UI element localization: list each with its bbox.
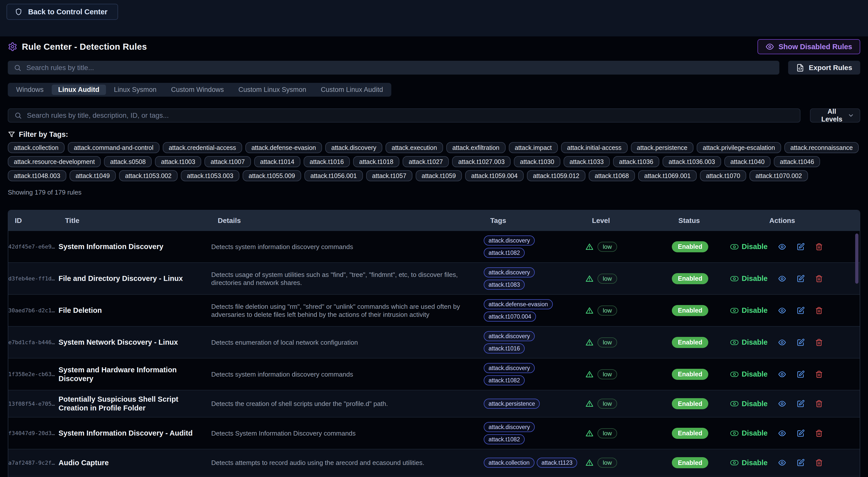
tag-filter-attack-resource-development[interactable]: attack.resource-development: [8, 156, 101, 167]
tag-filter-attack-discovery[interactable]: attack.discovery: [325, 142, 382, 153]
back-button[interactable]: Back to Control Center: [6, 4, 118, 20]
tag-filter-attack-t1070-002[interactable]: attack.t1070.002: [749, 170, 808, 181]
tag-filter-attack-t1056-001[interactable]: attack.t1056.001: [304, 170, 363, 181]
delete-rule-button[interactable]: [815, 429, 823, 437]
tag-filter-attack-privilege-escalation[interactable]: attack.privilege-escalation: [697, 142, 781, 153]
tag-filter-attack-t1070[interactable]: attack.t1070: [700, 170, 746, 181]
view-rule-button[interactable]: [778, 307, 786, 315]
tab-linux-auditd[interactable]: Linux Auditd: [52, 85, 106, 95]
disable-rule-button[interactable]: Disable: [730, 275, 768, 283]
tab-windows[interactable]: Windows: [9, 85, 50, 95]
tag-filter-attack-credential-access[interactable]: attack.credential-access: [163, 142, 242, 153]
tab-custom-linux-sysmon[interactable]: Custom Linux Sysmon: [232, 85, 313, 95]
row-tag-attack-discovery[interactable]: attack.discovery: [484, 235, 535, 246]
tag-filter-attack-t1055-009[interactable]: attack.t1055.009: [243, 170, 301, 181]
tag-filter-attack-s0508[interactable]: attack.s0508: [104, 156, 152, 167]
tag-filter-attack-persistence[interactable]: attack.persistence: [631, 142, 694, 153]
delete-rule-button[interactable]: [815, 275, 823, 283]
tag-filter-attack-t1069-001[interactable]: attack.t1069.001: [638, 170, 697, 181]
title-search-input[interactable]: [26, 64, 773, 72]
rules-search-input[interactable]: [27, 112, 794, 120]
export-rules-button[interactable]: Export Rules: [788, 61, 860, 74]
tag-filter-attack-execution[interactable]: attack.execution: [385, 142, 443, 153]
edit-rule-button[interactable]: [797, 400, 805, 408]
row-tag-attack-t1070-004[interactable]: attack.t1070.004: [484, 312, 536, 322]
edit-rule-button[interactable]: [797, 339, 805, 346]
edit-rule-button[interactable]: [797, 459, 805, 467]
tag-filter-attack-t1027-003[interactable]: attack.t1027.003: [452, 156, 510, 167]
disable-rule-button[interactable]: Disable: [730, 338, 768, 346]
delete-rule-button[interactable]: [815, 459, 823, 467]
row-tag-attack-t1083[interactable]: attack.t1083: [484, 280, 525, 290]
tag-filter-attack-command-and-control[interactable]: attack.command-and-control: [68, 142, 159, 153]
tag-filter-attack-t1053-003[interactable]: attack.t1053.003: [181, 170, 239, 181]
row-tag-attack-discovery[interactable]: attack.discovery: [484, 363, 535, 373]
tag-filter-attack-t1007[interactable]: attack.t1007: [205, 156, 251, 167]
tag-filter-attack-t1053-002[interactable]: attack.t1053.002: [119, 170, 178, 181]
delete-rule-button[interactable]: [815, 370, 823, 378]
disable-rule-button[interactable]: Disable: [730, 243, 768, 251]
row-tag-attack-collection[interactable]: attack.collection: [484, 458, 534, 468]
edit-rule-button[interactable]: [797, 429, 805, 437]
tag-filter-attack-defense-evasion[interactable]: attack.defense-evasion: [245, 142, 322, 153]
tag-filter-attack-initial-access[interactable]: attack.initial-access: [561, 142, 628, 153]
edit-rule-button[interactable]: [797, 243, 805, 251]
row-tag-attack-t1082[interactable]: attack.t1082: [484, 375, 525, 385]
edit-rule-button[interactable]: [797, 370, 805, 378]
tag-filter-attack-t1036[interactable]: attack.t1036: [613, 156, 659, 167]
row-tag-attack-persistence[interactable]: attack.persistence: [484, 399, 540, 409]
disable-rule-button[interactable]: Disable: [730, 429, 768, 437]
delete-rule-button[interactable]: [815, 243, 823, 251]
tag-filter-attack-t1059-004[interactable]: attack.t1059.004: [465, 170, 524, 181]
view-rule-button[interactable]: [778, 400, 786, 408]
tag-filter-attack-exfiltration[interactable]: attack.exfiltration: [446, 142, 505, 153]
row-tag-attack-t1082[interactable]: attack.t1082: [484, 434, 525, 444]
tag-filter-attack-t1036-003[interactable]: attack.t1036.003: [662, 156, 721, 167]
delete-rule-button[interactable]: [815, 339, 823, 346]
table-scrollbar-thumb[interactable]: [855, 233, 859, 284]
tab-linux-sysmon[interactable]: Linux Sysmon: [107, 85, 163, 95]
disable-rule-button[interactable]: Disable: [730, 306, 768, 315]
delete-rule-button[interactable]: [815, 400, 823, 408]
tag-filter-attack-t1048-003[interactable]: attack.t1048.003: [8, 170, 66, 181]
disable-rule-button[interactable]: Disable: [730, 400, 768, 408]
tag-filter-attack-t1040[interactable]: attack.t1040: [724, 156, 771, 167]
tab-custom-linux-auditd[interactable]: Custom Linux Auditd: [314, 85, 390, 95]
tab-custom-windows[interactable]: Custom Windows: [164, 85, 230, 95]
disable-rule-button[interactable]: Disable: [730, 459, 768, 467]
show-disabled-rules-button[interactable]: Show Disabled Rules: [757, 39, 860, 54]
tag-filter-attack-collection[interactable]: attack.collection: [8, 142, 65, 153]
row-tag-attack-t1082[interactable]: attack.t1082: [484, 248, 525, 258]
tag-filter-attack-t1033[interactable]: attack.t1033: [564, 156, 610, 167]
edit-rule-button[interactable]: [797, 275, 805, 283]
row-tag-attack-t1123[interactable]: attack.t1123: [537, 458, 578, 468]
row-tag-attack-t1016[interactable]: attack.t1016: [484, 344, 525, 353]
tag-filter-attack-t1003[interactable]: attack.t1003: [155, 156, 201, 167]
view-rule-button[interactable]: [778, 243, 786, 251]
disable-rule-button[interactable]: Disable: [730, 370, 768, 378]
tag-filter-attack-t1059-012[interactable]: attack.t1059.012: [527, 170, 585, 181]
tag-filter-attack-impact[interactable]: attack.impact: [509, 142, 558, 153]
tag-filter-attack-t1027[interactable]: attack.t1027: [403, 156, 449, 167]
table-scrollbar-track[interactable]: [855, 231, 859, 477]
tag-filter-attack-t1046[interactable]: attack.t1046: [774, 156, 820, 167]
row-tag-attack-discovery[interactable]: attack.discovery: [484, 422, 535, 432]
tag-filter-attack-t1057[interactable]: attack.t1057: [366, 170, 412, 181]
tag-filter-attack-t1068[interactable]: attack.t1068: [589, 170, 635, 181]
tag-filter-attack-t1016[interactable]: attack.t1016: [304, 156, 350, 167]
tag-filter-attack-t1049[interactable]: attack.t1049: [69, 170, 116, 181]
view-rule-button[interactable]: [778, 275, 786, 283]
row-tag-attack-defense-evasion[interactable]: attack.defense-evasion: [484, 299, 553, 309]
tag-filter-attack-t1030[interactable]: attack.t1030: [514, 156, 560, 167]
tag-filter-attack-reconnaissance[interactable]: attack.reconnaissance: [784, 142, 859, 153]
tag-filter-attack-t1014[interactable]: attack.t1014: [254, 156, 300, 167]
view-rule-button[interactable]: [778, 339, 786, 346]
level-filter-select[interactable]: All Levels: [810, 108, 860, 123]
tag-filter-attack-t1059[interactable]: attack.t1059: [416, 170, 462, 181]
view-rule-button[interactable]: [778, 370, 786, 378]
view-rule-button[interactable]: [778, 429, 786, 437]
view-rule-button[interactable]: [778, 459, 786, 467]
row-tag-attack-discovery[interactable]: attack.discovery: [484, 267, 535, 278]
tag-filter-attack-t1018[interactable]: attack.t1018: [353, 156, 399, 167]
delete-rule-button[interactable]: [815, 307, 823, 315]
